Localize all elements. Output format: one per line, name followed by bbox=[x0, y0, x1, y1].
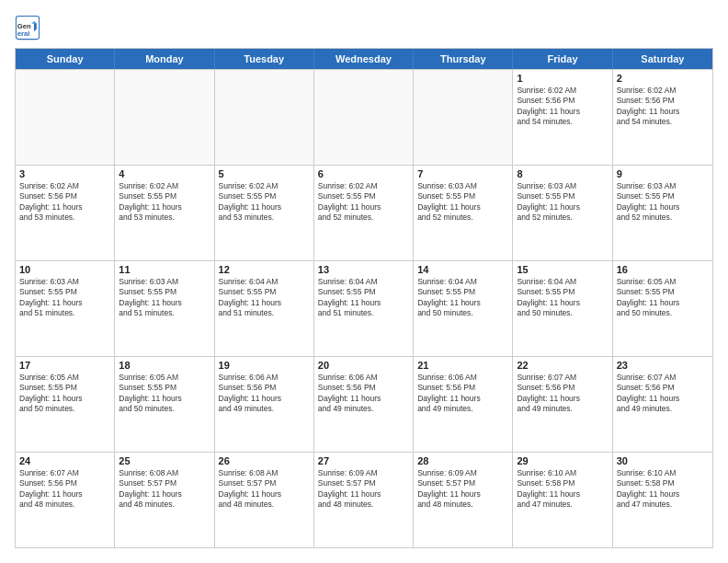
calendar-cell: 8Sunrise: 6:03 AM Sunset: 5:55 PM Daylig… bbox=[513, 166, 612, 260]
calendar-cell: 20Sunrise: 6:06 AM Sunset: 5:56 PM Dayli… bbox=[314, 357, 414, 452]
day-info: Sunrise: 6:05 AM Sunset: 5:55 PM Dayligh… bbox=[19, 373, 110, 415]
day-info: Sunrise: 6:05 AM Sunset: 5:55 PM Dayligh… bbox=[119, 373, 210, 415]
day-number: 18 bbox=[119, 360, 210, 371]
day-number: 30 bbox=[617, 455, 709, 466]
day-number: 8 bbox=[517, 168, 608, 179]
calendar-cell: 21Sunrise: 6:06 AM Sunset: 5:56 PM Dayli… bbox=[414, 357, 513, 452]
weekday-header: Monday bbox=[115, 49, 214, 69]
day-number: 5 bbox=[219, 168, 310, 179]
calendar-row: 3Sunrise: 6:02 AM Sunset: 5:56 PM Daylig… bbox=[16, 165, 712, 260]
calendar-cell: 13Sunrise: 6:04 AM Sunset: 5:55 PM Dayli… bbox=[314, 261, 414, 356]
calendar-cell: 9Sunrise: 6:03 AM Sunset: 5:55 PM Daylig… bbox=[613, 166, 712, 260]
day-info: Sunrise: 6:02 AM Sunset: 5:56 PM Dayligh… bbox=[617, 86, 709, 128]
calendar-cell: 29Sunrise: 6:10 AM Sunset: 5:58 PM Dayli… bbox=[513, 453, 612, 547]
day-info: Sunrise: 6:02 AM Sunset: 5:55 PM Dayligh… bbox=[119, 181, 210, 224]
day-info: Sunrise: 6:04 AM Sunset: 5:55 PM Dayligh… bbox=[318, 277, 409, 319]
day-number: 10 bbox=[19, 264, 110, 275]
day-info: Sunrise: 6:09 AM Sunset: 5:57 PM Dayligh… bbox=[417, 468, 508, 511]
svg-text:eral: eral bbox=[17, 29, 30, 38]
calendar-cell: 12Sunrise: 6:04 AM Sunset: 5:55 PM Dayli… bbox=[215, 261, 314, 356]
day-info: Sunrise: 6:06 AM Sunset: 5:56 PM Dayligh… bbox=[318, 373, 409, 415]
calendar-cell bbox=[414, 70, 513, 165]
calendar-cell: 28Sunrise: 6:09 AM Sunset: 5:57 PM Dayli… bbox=[414, 453, 513, 547]
day-info: Sunrise: 6:03 AM Sunset: 5:55 PM Dayligh… bbox=[417, 181, 508, 224]
day-number: 23 bbox=[617, 360, 709, 371]
calendar-cell: 11Sunrise: 6:03 AM Sunset: 5:55 PM Dayli… bbox=[115, 261, 214, 356]
day-number: 27 bbox=[318, 455, 409, 466]
weekday-header: Sunday bbox=[16, 49, 115, 69]
day-number: 17 bbox=[19, 360, 110, 371]
day-number: 6 bbox=[318, 168, 409, 179]
day-number: 14 bbox=[417, 264, 508, 275]
day-info: Sunrise: 6:10 AM Sunset: 5:58 PM Dayligh… bbox=[517, 468, 608, 511]
day-number: 12 bbox=[219, 264, 310, 275]
calendar-cell: 15Sunrise: 6:04 AM Sunset: 5:55 PM Dayli… bbox=[513, 261, 612, 356]
day-info: Sunrise: 6:10 AM Sunset: 5:58 PM Dayligh… bbox=[617, 468, 709, 511]
calendar-header: SundayMondayTuesdayWednesdayThursdayFrid… bbox=[16, 49, 712, 69]
calendar-row: 24Sunrise: 6:07 AM Sunset: 5:56 PM Dayli… bbox=[16, 452, 712, 547]
calendar-row: 17Sunrise: 6:05 AM Sunset: 5:55 PM Dayli… bbox=[16, 356, 712, 452]
day-number: 15 bbox=[517, 264, 608, 275]
calendar-row: 1Sunrise: 6:02 AM Sunset: 5:56 PM Daylig… bbox=[16, 69, 712, 165]
day-info: Sunrise: 6:03 AM Sunset: 5:55 PM Dayligh… bbox=[119, 277, 210, 319]
day-number: 20 bbox=[318, 360, 409, 371]
day-info: Sunrise: 6:04 AM Sunset: 5:55 PM Dayligh… bbox=[417, 277, 508, 319]
weekday-header: Thursday bbox=[414, 49, 513, 69]
day-info: Sunrise: 6:08 AM Sunset: 5:57 PM Dayligh… bbox=[119, 468, 210, 511]
calendar-cell: 1Sunrise: 6:02 AM Sunset: 5:56 PM Daylig… bbox=[513, 70, 612, 165]
day-info: Sunrise: 6:05 AM Sunset: 5:55 PM Dayligh… bbox=[617, 277, 709, 319]
day-number: 3 bbox=[19, 168, 110, 179]
day-info: Sunrise: 6:07 AM Sunset: 5:56 PM Dayligh… bbox=[517, 373, 608, 415]
day-number: 24 bbox=[19, 455, 110, 466]
weekday-header: Wednesday bbox=[314, 49, 414, 69]
day-number: 22 bbox=[517, 360, 608, 371]
logo-icon: Gen eral bbox=[15, 15, 40, 40]
calendar-cell: 7Sunrise: 6:03 AM Sunset: 5:55 PM Daylig… bbox=[414, 166, 513, 260]
calendar-cell: 6Sunrise: 6:02 AM Sunset: 5:55 PM Daylig… bbox=[314, 166, 414, 260]
day-number: 26 bbox=[219, 455, 310, 466]
day-info: Sunrise: 6:04 AM Sunset: 5:55 PM Dayligh… bbox=[219, 277, 310, 319]
day-info: Sunrise: 6:03 AM Sunset: 5:55 PM Dayligh… bbox=[19, 277, 110, 319]
day-number: 4 bbox=[119, 168, 210, 179]
logo: Gen eral bbox=[15, 15, 44, 40]
day-info: Sunrise: 6:06 AM Sunset: 5:56 PM Dayligh… bbox=[417, 373, 508, 415]
day-info: Sunrise: 6:03 AM Sunset: 5:55 PM Dayligh… bbox=[617, 181, 709, 224]
day-number: 2 bbox=[617, 73, 709, 84]
calendar-cell: 27Sunrise: 6:09 AM Sunset: 5:57 PM Dayli… bbox=[314, 453, 414, 547]
day-number: 1 bbox=[517, 73, 608, 84]
calendar-cell: 19Sunrise: 6:06 AM Sunset: 5:56 PM Dayli… bbox=[215, 357, 314, 452]
calendar-cell bbox=[314, 70, 414, 165]
weekday-header: Tuesday bbox=[215, 49, 314, 69]
day-number: 7 bbox=[417, 168, 508, 179]
calendar-cell: 3Sunrise: 6:02 AM Sunset: 5:56 PM Daylig… bbox=[16, 166, 115, 260]
calendar: SundayMondayTuesdayWednesdayThursdayFrid… bbox=[15, 48, 713, 548]
calendar-cell: 10Sunrise: 6:03 AM Sunset: 5:55 PM Dayli… bbox=[16, 261, 115, 356]
calendar-body: 1Sunrise: 6:02 AM Sunset: 5:56 PM Daylig… bbox=[16, 69, 712, 547]
calendar-row: 10Sunrise: 6:03 AM Sunset: 5:55 PM Dayli… bbox=[16, 260, 712, 356]
day-info: Sunrise: 6:07 AM Sunset: 5:56 PM Dayligh… bbox=[19, 468, 110, 511]
day-number: 16 bbox=[617, 264, 709, 275]
day-info: Sunrise: 6:08 AM Sunset: 5:57 PM Dayligh… bbox=[219, 468, 310, 511]
weekday-header: Saturday bbox=[613, 49, 712, 69]
day-info: Sunrise: 6:02 AM Sunset: 5:55 PM Dayligh… bbox=[219, 181, 310, 224]
calendar-cell bbox=[16, 70, 115, 165]
calendar-cell: 22Sunrise: 6:07 AM Sunset: 5:56 PM Dayli… bbox=[513, 357, 612, 452]
calendar-cell: 5Sunrise: 6:02 AM Sunset: 5:55 PM Daylig… bbox=[215, 166, 314, 260]
calendar-cell: 26Sunrise: 6:08 AM Sunset: 5:57 PM Dayli… bbox=[215, 453, 314, 547]
calendar-cell: 16Sunrise: 6:05 AM Sunset: 5:55 PM Dayli… bbox=[613, 261, 712, 356]
day-number: 29 bbox=[517, 455, 608, 466]
weekday-header: Friday bbox=[513, 49, 612, 69]
calendar-cell: 14Sunrise: 6:04 AM Sunset: 5:55 PM Dayli… bbox=[414, 261, 513, 356]
day-info: Sunrise: 6:06 AM Sunset: 5:56 PM Dayligh… bbox=[219, 373, 310, 415]
day-number: 28 bbox=[417, 455, 508, 466]
day-info: Sunrise: 6:07 AM Sunset: 5:56 PM Dayligh… bbox=[617, 373, 709, 415]
day-info: Sunrise: 6:04 AM Sunset: 5:55 PM Dayligh… bbox=[517, 277, 608, 319]
day-info: Sunrise: 6:02 AM Sunset: 5:55 PM Dayligh… bbox=[318, 181, 409, 224]
day-info: Sunrise: 6:02 AM Sunset: 5:56 PM Dayligh… bbox=[517, 86, 608, 128]
day-number: 11 bbox=[119, 264, 210, 275]
page: Gen eral SundayMondayTuesdayWednesdayThu… bbox=[0, 0, 728, 563]
header: Gen eral bbox=[15, 15, 713, 40]
calendar-cell bbox=[115, 70, 214, 165]
day-info: Sunrise: 6:02 AM Sunset: 5:56 PM Dayligh… bbox=[19, 181, 110, 224]
calendar-cell: 2Sunrise: 6:02 AM Sunset: 5:56 PM Daylig… bbox=[613, 70, 712, 165]
